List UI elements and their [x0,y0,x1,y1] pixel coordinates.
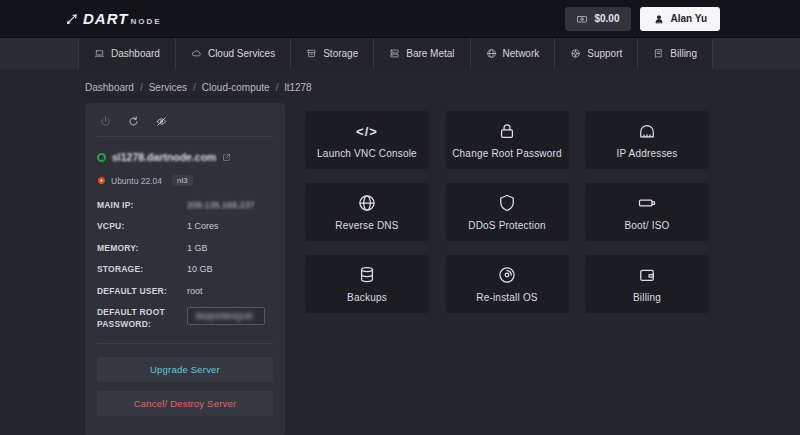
main-content: sl1278.dartnode.com Ubuntu 22.04 nl3 MAI… [0,103,800,435]
nav-label: Cloud Services [208,48,275,59]
action-boot-iso[interactable]: Boot/ ISO [585,183,709,241]
nav-item-network[interactable]: Network [471,38,556,69]
server-power-controls [97,112,273,137]
nav-item-support[interactable]: Support [555,38,638,69]
action-label: Billing [633,292,661,303]
nav-label: Bare Metal [406,48,454,59]
detail-label: MAIN IP: [97,199,187,211]
destroy-server-button[interactable]: Cancel/ Destroy Server [97,391,273,416]
action-launch-vnc-console[interactable]: </> Launch VNC Console [305,111,429,169]
database-icon [357,265,377,285]
main-ip-value: 209.135.169.237 [187,199,273,210]
globe-icon [486,48,497,59]
nav-item-billing[interactable]: Billing [638,38,713,69]
code-icon: </> [356,124,378,139]
default-user-value: root [187,285,273,296]
detail-label: MEMORY: [97,242,187,254]
memory-value: 1 GB [187,242,273,253]
detail-label: DEFAULT ROOT PASSWORD: [97,306,187,330]
action-ip-addresses[interactable]: IP Addresses [585,111,709,169]
breadcrumb-server-id[interactable]: lt1278 [284,82,311,93]
detail-row-memory: MEMORY: 1 GB [97,242,273,254]
server-info-card: sl1278.dartnode.com Ubuntu 22.04 nl3 MAI… [85,103,285,435]
action-backups[interactable]: Backups [305,255,429,313]
nav-item-dashboard[interactable]: Dashboard [78,38,176,69]
disc-icon [497,265,517,285]
storage-value: 10 GB [187,263,273,274]
detail-row-default-user: DEFAULT USER: root [97,285,273,297]
detail-row-root-password: DEFAULT ROOT PASSWORD: Xk2pVr9mQz4t [97,306,273,330]
nav-label: Dashboard [111,48,160,59]
shutdown-button[interactable] [155,115,168,128]
detail-row-main-ip: MAIN IP: 209.135.169.237 [97,199,273,211]
breadcrumb-services[interactable]: Services [149,82,187,93]
receipt-icon [653,48,664,59]
balance-amount: $0.00 [594,13,619,24]
reboot-button[interactable] [127,115,140,128]
server-sidebar: sl1278.dartnode.com Ubuntu 22.04 nl3 MAI… [85,103,285,435]
refresh-icon [127,115,140,128]
breadcrumb-cloud-compute[interactable]: Cloud-compute [202,82,270,93]
user-menu-button[interactable]: Alan Yu [640,7,721,31]
top-bar: DART NODE $0.00 Alan Yu [0,0,800,38]
hostname-row: sl1278.dartnode.com [97,148,273,166]
upgrade-server-button[interactable]: Upgrade Server [97,357,273,382]
life-ring-icon [570,48,581,59]
power-on-button[interactable] [99,115,112,128]
storage-box-icon [306,48,317,59]
breadcrumb-separator: / [140,82,143,93]
open-hostname-link[interactable] [222,148,231,166]
server-stack-icon [389,48,400,59]
action-label: Change Root Password [452,148,562,159]
dart-arrow-icon [64,10,81,27]
action-label: Backups [347,292,387,303]
nav-item-storage[interactable]: Storage [291,38,374,69]
laptop-icon [94,48,105,59]
nav-item-cloud-services[interactable]: Cloud Services [176,38,291,69]
detail-row-vcpu: VCPU: 1 Cores [97,220,273,232]
detail-label: STORAGE: [97,263,187,275]
vcpu-value: 1 Cores [187,220,273,231]
person-icon [653,13,665,25]
dartnode-logo[interactable]: DART NODE [64,10,162,27]
server-actions-grid: </> Launch VNC Console Change Root Passw… [305,111,709,313]
wallet-icon [637,265,657,285]
os-row: Ubuntu 22.04 nl3 [97,175,273,186]
power-icon [99,115,112,128]
user-name: Alan Yu [671,13,708,24]
detail-row-storage: STORAGE: 10 GB [97,263,273,275]
balance-button[interactable]: $0.00 [565,7,630,31]
action-label: Re-install OS [476,292,538,303]
action-label: Launch VNC Console [317,148,417,159]
action-reverse-dns[interactable]: Reverse DNS [305,183,429,241]
breadcrumb-separator: / [276,82,279,93]
root-password-box[interactable]: Xk2pVr9mQz4t [187,307,265,325]
nav-label: Billing [670,48,697,59]
money-icon [576,13,588,25]
root-password-value: Xk2pVr9mQz4t [195,311,252,321]
breadcrumb-separator: / [193,82,196,93]
breadcrumb-dashboard[interactable]: Dashboard [85,82,134,93]
ubuntu-icon [97,176,106,185]
globe-icon [357,193,377,213]
server-status-indicator [97,153,106,162]
detail-label: VCPU: [97,220,187,232]
action-billing[interactable]: Billing [585,255,709,313]
server-details: MAIN IP: 209.135.169.237 VCPU: 1 Cores M… [97,199,273,344]
nav-item-bare-metal[interactable]: Bare Metal [374,38,470,69]
action-change-root-password[interactable]: Change Root Password [445,111,569,169]
action-reinstall-os[interactable]: Re-install OS [445,255,569,313]
location-badge: nl3 [172,175,193,186]
action-label: IP Addresses [616,148,677,159]
main-nav: Dashboard Cloud Services Storage Bare Me… [0,38,800,69]
nav-label: Network [503,48,540,59]
breadcrumb: Dashboard / Services / Cloud-compute / l… [0,82,800,93]
action-ddos-protection[interactable]: DDoS Protection [445,183,569,241]
stop-server-icon [155,115,168,128]
cloud-icon [191,48,202,59]
detail-label: DEFAULT USER: [97,285,187,297]
server-hostname: sl1278.dartnode.com [112,151,216,163]
action-label: Reverse DNS [335,220,398,231]
lock-icon [497,121,517,141]
drive-icon [637,193,657,213]
